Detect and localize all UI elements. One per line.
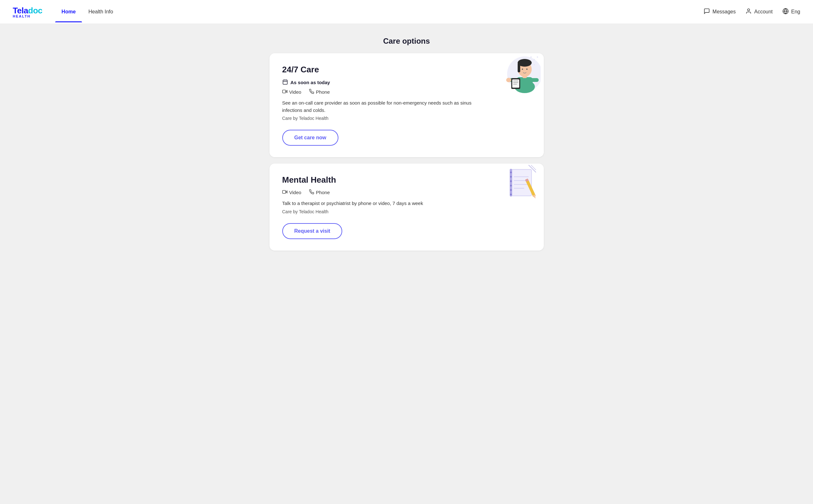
main-nav: Home Health Info [55,1,704,22]
logo-health: HEALTH [13,14,42,18]
svg-marker-49 [285,191,287,193]
logo-tela: Tela [13,6,28,15]
mental-health-illustration [499,164,544,208]
247-video-mode: Video [282,89,301,95]
247-care-modes: Video Phone [282,89,531,95]
language-icon [782,8,789,16]
header: Teladoc HEALTH Home Health Info Messages [0,0,813,24]
svg-marker-30 [285,91,287,93]
mental-health-provider: Care by Teladoc Health [282,209,531,214]
mental-phone-label: Phone [316,190,330,195]
svg-point-40 [510,180,512,182]
mental-phone-mode: Phone [309,189,330,195]
mental-health-modes: Video Phone [282,189,531,195]
247-phone-label: Phone [316,89,330,95]
247-care-card: 24/7 Care As soon as today [269,53,544,157]
svg-point-43 [510,194,512,195]
svg-rect-25 [513,84,517,84]
svg-point-20 [506,78,511,82]
247-care-provider: Care by Teladoc Health [282,116,531,121]
messages-label: Messages [713,9,736,15]
phone-icon [309,89,314,95]
svg-point-42 [510,189,512,191]
header-actions: Messages Account Eng [704,8,800,16]
svg-point-17 [526,69,528,70]
language-action[interactable]: Eng [782,8,800,16]
247-care-title: 24/7 Care [282,65,531,75]
svg-rect-22 [512,79,519,88]
247-video-label: Video [289,89,301,95]
doctor-illustration [499,53,544,98]
svg-rect-50 [282,190,285,193]
main-content: Care options [263,24,550,270]
mental-video-mode: Video [282,189,301,195]
247-availability-text: As soon as today [290,80,330,85]
get-care-now-button[interactable]: Get care now [282,130,338,146]
247-care-availability: As soon as today [282,79,531,86]
mental-video-label: Video [289,190,301,195]
svg-rect-15 [518,63,520,72]
request-visit-button[interactable]: Request a visit [282,223,342,239]
247-care-description: See an on-call care provider as soon as … [282,99,474,114]
logo[interactable]: Teladoc HEALTH [13,6,42,18]
language-label: Eng [791,9,800,15]
video-icon [282,89,287,95]
account-action[interactable]: Account [745,8,773,16]
svg-point-38 [510,172,512,173]
svg-line-48 [531,165,536,170]
mental-health-description: Talk to a therapist or psychiatrist by p… [282,200,474,207]
messages-action[interactable]: Messages [704,8,736,16]
mental-health-card: Mental Health Video Phone [269,164,544,251]
nav-health-info[interactable]: Health Info [82,1,119,22]
mental-health-title: Mental Health [282,175,531,185]
247-phone-mode: Phone [309,89,330,95]
mental-phone-icon [309,189,314,195]
svg-rect-24 [513,82,518,83]
calendar-icon [282,79,288,86]
svg-point-6 [537,56,538,58]
account-icon [745,8,752,16]
mental-video-icon [282,189,287,195]
care-options-title: Care options [269,37,544,46]
svg-rect-26 [283,80,287,84]
logo-doc: doc [28,6,42,15]
svg-point-16 [522,69,523,70]
svg-point-0 [747,9,750,11]
nav-home[interactable]: Home [55,1,82,22]
svg-rect-23 [513,81,518,81]
svg-point-41 [510,185,512,186]
svg-rect-19 [530,78,539,82]
account-label: Account [754,9,773,15]
messages-icon [704,8,710,16]
svg-rect-31 [282,90,285,93]
svg-point-39 [510,176,512,178]
